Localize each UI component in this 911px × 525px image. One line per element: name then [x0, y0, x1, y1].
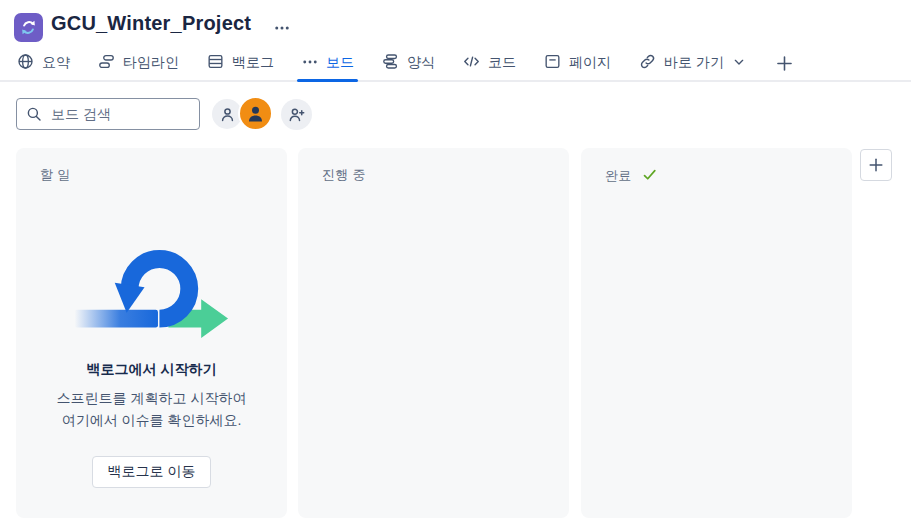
avatar-current-user[interactable]	[238, 96, 273, 131]
tab-summary[interactable]: 요약	[16, 46, 70, 80]
tab-code[interactable]: 코드	[462, 46, 516, 80]
tab-shortcuts[interactable]: 바로 가기	[638, 46, 747, 80]
more-dots-icon	[301, 53, 319, 74]
tab-timeline[interactable]: 타임라인	[97, 46, 179, 80]
board-column-done: 완료	[581, 148, 852, 518]
chevron-down-icon	[731, 54, 747, 73]
page-title: GCU_Winter_Project	[51, 12, 251, 35]
tab-forms[interactable]: 양식	[381, 46, 435, 80]
project-tab-bar: 요약 타임라인 백로그	[0, 46, 911, 82]
forms-icon	[381, 52, 400, 74]
tab-board-active[interactable]: 보드	[301, 46, 354, 80]
board-column-todo: 할 일 백로그에서 시작하기 스프린트를 계획하고 시작하여 여기에서 이슈를 …	[16, 148, 287, 518]
tab-label: 타임라인	[123, 54, 179, 72]
board-search	[16, 98, 200, 130]
sprint-illustration-icon	[73, 241, 231, 353]
link-icon	[638, 52, 657, 74]
add-tab-button[interactable]	[774, 46, 795, 80]
code-icon	[462, 52, 481, 74]
column-title: 할 일	[40, 166, 71, 184]
search-input[interactable]	[16, 98, 200, 130]
done-check-icon	[641, 166, 658, 186]
tab-label: 바로 가기	[664, 54, 724, 72]
add-column-button[interactable]	[860, 149, 892, 181]
column-header: 완료	[581, 148, 852, 186]
column-title: 완료	[605, 167, 632, 185]
sprint-empty-state: 백로그에서 시작하기 스프린트를 계획하고 시작하여 여기에서 이슈를 확인하세…	[16, 241, 287, 488]
board-column-inprogress: 진행 중	[298, 148, 569, 518]
timeline-icon	[97, 52, 116, 74]
tab-label: 코드	[488, 54, 516, 72]
add-people-button[interactable]	[281, 99, 312, 130]
pages-icon	[543, 52, 562, 74]
tab-label: 페이지	[569, 54, 611, 72]
column-title: 진행 중	[322, 166, 366, 184]
globe-icon	[16, 52, 35, 74]
project-avatar-sprint-icon[interactable]	[14, 13, 43, 42]
tab-label: 백로그	[232, 54, 274, 72]
tab-label: 요약	[42, 54, 70, 72]
column-header: 할 일	[16, 148, 287, 184]
empty-state-description: 스프린트를 계획하고 시작하여 여기에서 이슈를 확인하세요.	[57, 388, 247, 431]
backlog-icon	[206, 52, 225, 74]
project-more-button[interactable]	[268, 16, 296, 40]
tab-label: 보드	[326, 54, 354, 72]
go-to-backlog-button[interactable]: 백로그로 이동	[92, 456, 212, 488]
jira-board-page: GCU_Winter_Project 요약	[0, 0, 911, 525]
tab-backlog[interactable]: 백로그	[206, 46, 274, 80]
tab-label: 양식	[407, 54, 435, 72]
column-header: 진행 중	[298, 148, 569, 184]
empty-state-heading: 백로그에서 시작하기	[87, 361, 217, 379]
tab-pages[interactable]: 페이지	[543, 46, 611, 80]
